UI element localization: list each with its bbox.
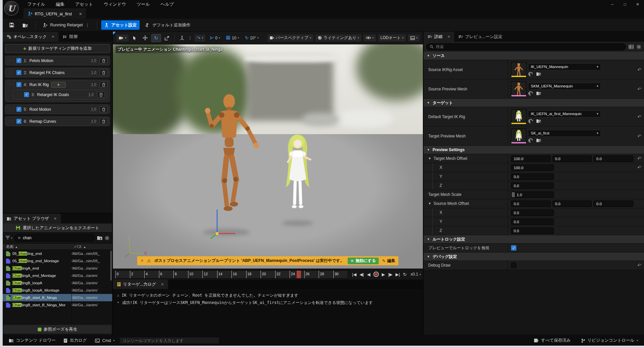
- tab-close-icon[interactable]: ✕: [161, 282, 164, 287]
- add-retarget-op-button[interactable]: + 新規リターゲティング操作を追加: [5, 44, 110, 53]
- browse-to-asset-icon[interactable]: [536, 91, 541, 95]
- display-options-icon[interactable]: [629, 45, 634, 49]
- browse-to-asset-button[interactable]: [19, 20, 31, 30]
- op-row-retarget-ik-goals[interactable]: ⋮⋮ ✓ 3: Retarget IK Goals 1.0: [13, 90, 107, 99]
- offset-x-input[interactable]: 0.0: [511, 201, 551, 207]
- column-path[interactable]: パス▲: [71, 244, 86, 249]
- step-forward-button[interactable]: |▶: [388, 272, 392, 277]
- record-button[interactable]: [373, 272, 379, 277]
- tab-op-stack[interactable]: オペレ...スタック ✕: [3, 32, 58, 42]
- lod-dropdown[interactable]: LODオート ▾: [378, 34, 406, 42]
- surface-snap-button[interactable]: ↷ ▾: [194, 34, 206, 42]
- location-snap-button[interactable]: 0 ▾: [207, 34, 222, 42]
- scrollbar[interactable]: [110, 251, 112, 281]
- reset-to-default-icon[interactable]: ↶: [635, 67, 644, 72]
- tab-asset-browser[interactable]: アセット ブラウザ ✕: [3, 214, 61, 224]
- settings-gear-icon[interactable]: [105, 236, 110, 241]
- transform-space-button[interactable]: [177, 34, 187, 42]
- op-row-pelvis-motion[interactable]: ⋮⋮ ✓ 1: Pelvis Motion 1.0: [5, 56, 110, 65]
- chevron-down-icon[interactable]: ▼: [428, 202, 431, 205]
- tab-close-icon[interactable]: ✕: [447, 35, 450, 39]
- section-source[interactable]: ▼ ソース: [424, 52, 644, 60]
- menu-window[interactable]: ウィンドウ: [100, 0, 130, 9]
- source-mesh-combobox[interactable]: SKM_UEFN_Mannequin ▾: [528, 83, 601, 90]
- settings-gear-icon[interactable]: [636, 44, 641, 49]
- asset-thumbnail[interactable]: [511, 109, 526, 124]
- cmd-dropdown[interactable]: Cmd ▾: [92, 337, 118, 345]
- reset-to-default-icon[interactable]: ↶: [635, 156, 644, 161]
- timeline-scrubber[interactable]: [297, 271, 301, 278]
- dismiss-warning-icon[interactable]: ✕: [141, 259, 144, 263]
- op-weight-field[interactable]: 1.0: [90, 107, 97, 111]
- delete-op-button[interactable]: [97, 91, 105, 98]
- browse-to-asset-icon[interactable]: [536, 119, 541, 123]
- section-target[interactable]: ▼ ターゲット: [424, 99, 644, 107]
- perspective-dropdown[interactable]: パースペクティブ ▾: [267, 34, 314, 42]
- details-search-input[interactable]: [436, 44, 623, 49]
- asset-thumbnail[interactable]: [511, 81, 526, 97]
- loop-button[interactable]: ↻: [403, 272, 407, 277]
- asset-settings-button[interactable]: アセット設定: [101, 20, 140, 30]
- tab-hierarchy[interactable]: 階層: [58, 32, 82, 42]
- columns-icon[interactable]: [97, 236, 103, 240]
- asset-row[interactable]: ChantingB_start_B_Ninga_Mor /All/Ga...i/…: [3, 301, 112, 309]
- reset-to-default-icon[interactable]: ↶: [635, 114, 644, 119]
- playback-speed-dropdown[interactable]: x0.1 ▾: [411, 272, 421, 277]
- drag-handle-icon[interactable]: ⋮⋮: [8, 107, 14, 111]
- op-enabled-checkbox[interactable]: ✓: [16, 107, 21, 112]
- use-selected-asset-icon[interactable]: [528, 119, 533, 123]
- more-options-icon[interactable]: ⋮: [85, 23, 90, 28]
- target-ikrig-combobox[interactable]: IK_UEFN_ai_first_Mannequin ▾: [528, 110, 601, 117]
- output-log-button[interactable]: 出力ログ: [60, 337, 90, 345]
- op-weight-field[interactable]: 1.0: [88, 92, 95, 97]
- asset-row[interactable]: ChantingA_end_Montage /All/Ga...i/anim/: [3, 272, 112, 279]
- use-selected-asset-icon[interactable]: [528, 138, 533, 142]
- op-weight-field[interactable]: 1.0: [90, 82, 97, 87]
- column-name[interactable]: 名前▲: [3, 244, 71, 249]
- tab-rtg-uefn-ai-first[interactable]: RTG_UEFN_ai_first ✕: [23, 9, 86, 19]
- maximize-icon[interactable]: □: [619, 0, 631, 9]
- reset-to-default-icon[interactable]: ↶: [635, 165, 644, 170]
- op-enabled-checkbox[interactable]: ✓: [16, 58, 21, 63]
- op-enabled-checkbox[interactable]: ✓: [16, 70, 21, 75]
- op-row-retarget-fk-chains[interactable]: ⋮⋮ ✓ 2: Retarget FK Chains 1.0: [5, 68, 110, 77]
- add-ik-goal-button[interactable]: +: [51, 82, 66, 88]
- delete-op-button[interactable]: [100, 106, 108, 112]
- delete-op-button[interactable]: [100, 57, 108, 64]
- play-reverse-button[interactable]: ◀: [367, 272, 370, 277]
- op-weight-field[interactable]: 1.0: [90, 119, 97, 123]
- op-row-root-motion[interactable]: ⋮⋮ ✓ 5: Root Motion 1.0: [5, 104, 110, 114]
- disable-postprocess-button[interactable]: ✕ 無効にする: [347, 258, 379, 264]
- ignore-root-lock-checkbox[interactable]: ✓: [511, 245, 516, 251]
- minimize-icon[interactable]: ─: [606, 0, 619, 9]
- all-saved-button[interactable]: すべて保存済み: [530, 337, 574, 345]
- drag-handle-icon[interactable]: ⋮⋮: [8, 82, 14, 87]
- menu-file[interactable]: ファイル: [23, 0, 49, 9]
- drag-handle-icon[interactable]: ⋮⋮: [8, 58, 14, 63]
- op-row-run-ik-rig[interactable]: ⋮⋮ ✓ 4: Run IK Rig + 1.0: [5, 80, 110, 102]
- grid-snap-button[interactable]: 10 ▾: [224, 34, 241, 42]
- asset-row[interactable]: 05_chanting_end_Montage /All/Ga...nim/05…: [3, 257, 112, 265]
- menu-edit[interactable]: 編集: [52, 0, 68, 9]
- step-back-button[interactable]: ◀|: [359, 272, 364, 277]
- delete-op-button[interactable]: [100, 118, 108, 124]
- asset-search-input-wrap[interactable]: ✕: [14, 234, 95, 242]
- tab-close-icon[interactable]: ✕: [51, 35, 54, 39]
- y-input[interactable]: 0.0: [511, 219, 554, 225]
- offset-z-input[interactable]: 0.0: [594, 155, 633, 162]
- default-chain-ops-button[interactable]: デフォルト追加操作: [142, 20, 193, 30]
- offset-x-input[interactable]: 100.0: [511, 155, 551, 162]
- section-preview-settings[interactable]: ▼ Preview Settings: [424, 146, 644, 154]
- drag-handle-icon[interactable]: ⋮⋮: [8, 70, 14, 75]
- play-button[interactable]: ▶: [382, 272, 385, 277]
- viewport-scene[interactable]: Z X プレビュー中 アニメーション ChantingB_start_B_Nin…: [113, 44, 423, 269]
- running-retarget-button[interactable]: Running Retarget ⋮: [40, 20, 93, 30]
- op-row-remap-curves[interactable]: ⋮⋮ ✓ 6: Remap Curves 1.0: [5, 116, 110, 126]
- go-to-end-button[interactable]: ▶|: [395, 272, 400, 277]
- browse-to-asset-icon[interactable]: [536, 72, 541, 76]
- edit-postprocess-button[interactable]: ✎ 編集: [382, 258, 395, 264]
- chevron-down-icon[interactable]: ▼: [428, 157, 431, 160]
- op-weight-field[interactable]: 1.0: [90, 58, 97, 63]
- close-icon[interactable]: ✕: [631, 0, 644, 9]
- op-enabled-checkbox[interactable]: ✓: [16, 82, 21, 87]
